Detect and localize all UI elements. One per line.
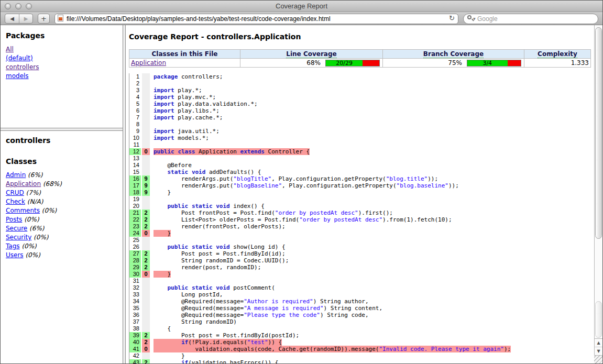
source-code-line: List<Post> olderPosts = Post.find("order… <box>151 216 593 223</box>
class-link[interactable]: Users <box>6 251 24 259</box>
line-number: 30 <box>129 271 141 278</box>
line-number: 31 <box>129 278 141 284</box>
hit-count: 2 <box>142 264 150 271</box>
line-number: 11 <box>129 141 141 148</box>
source-code-line: static void addDefaults() { <box>151 169 593 175</box>
hit-count <box>142 162 150 169</box>
line-number: 7 <box>129 114 141 121</box>
url-input[interactable] <box>54 14 458 24</box>
table-row: Application 68% 20/29 75% <box>129 59 591 68</box>
class-file-link[interactable]: Application <box>131 59 166 67</box>
line-number: 42 <box>129 352 141 359</box>
source-code-line: @Before <box>151 162 593 169</box>
source-row: 292 render(post, randomID); <box>129 264 593 271</box>
browser-window: Coverage Report ◀ ▶ + ↻ ▼ Packages All(d… <box>0 0 603 364</box>
line-coverage-percent: 68% <box>306 59 321 67</box>
source-row: 6import play.libs.*; <box>129 107 593 114</box>
source-code-line <box>151 121 593 128</box>
source-row: 120public class Application extends Cont… <box>129 148 593 155</box>
address-bar: ↻ <box>54 13 458 24</box>
line-coverage-cell: 68% 20/29 <box>242 59 381 67</box>
line-number: 13 <box>129 155 141 162</box>
hit-count: 0 <box>142 346 150 352</box>
favicon-icon <box>58 15 63 21</box>
scrollbar-thumb-secondary[interactable] <box>595 301 602 338</box>
class-link[interactable]: Tags <box>6 242 20 250</box>
hit-count: 0 <box>142 148 150 155</box>
class-link[interactable]: Posts <box>6 216 22 223</box>
list-item: Check (N/A) <box>6 197 117 206</box>
browser-toolbar: ◀ ▶ + ↻ ▼ <box>1 12 602 25</box>
line-number: 9 <box>129 128 141 135</box>
line-number: 3 <box>129 87 141 94</box>
source-code-line: import play.mvc.*; <box>151 94 593 101</box>
hit-count <box>142 278 150 284</box>
line-number: 20 <box>129 203 141 209</box>
package-link[interactable]: All <box>6 46 14 53</box>
class-link[interactable]: Comments <box>6 207 40 214</box>
source-code-line: import play.libs.*; <box>151 107 593 114</box>
scroll-down-button[interactable]: ▼ <box>595 347 602 355</box>
hit-count <box>142 101 150 107</box>
class-link[interactable]: Application <box>6 180 41 187</box>
line-number: 15 <box>129 169 141 175</box>
class-link[interactable]: Security <box>6 234 31 241</box>
class-link[interactable]: Check <box>6 198 25 205</box>
hit-count: 2 <box>142 339 150 346</box>
new-tab-button[interactable]: + <box>38 14 50 24</box>
coverage-bar-red <box>508 60 521 66</box>
window-title: Coverage Report <box>1 2 602 10</box>
source-row: 33 Long postId, <box>129 291 593 298</box>
search-input[interactable] <box>463 14 598 24</box>
scrollbar-thumb[interactable] <box>595 27 602 239</box>
class-link[interactable]: Admin <box>6 171 26 179</box>
source-row: 232 render(frontPost, olderPosts); <box>129 223 593 230</box>
package-link[interactable]: models <box>6 72 29 80</box>
sidebar: Packages All(default)controllersmodels c… <box>1 25 123 363</box>
package-link[interactable]: (default) <box>6 54 33 62</box>
classes-heading: Classes <box>6 157 117 166</box>
line-number: 25 <box>129 237 141 244</box>
line-number: 1 <box>129 73 141 80</box>
class-link[interactable]: CRUD <box>6 189 24 196</box>
close-button[interactable] <box>5 3 11 9</box>
zoom-button[interactable] <box>26 3 32 9</box>
source-row: 15 static void addDefaults() { <box>129 169 593 175</box>
source-row: 1package controllers; <box>129 73 593 80</box>
source-row: 32 public static void postComment( <box>129 284 593 291</box>
uncovered-highlight: } <box>154 271 171 278</box>
list-item: Users (0%) <box>6 251 117 260</box>
line-number: 41 <box>129 346 141 352</box>
list-item: Security (0%) <box>6 233 117 242</box>
package-link[interactable]: controllers <box>6 63 39 71</box>
classes-list: Admin (6%)Application (68%)CRUD (7%)Chec… <box>6 171 117 260</box>
source-code-line: public static void index() { <box>151 203 593 209</box>
hit-count: 9 <box>142 175 150 182</box>
source-code-line: import play.data.validation.*; <box>151 101 593 107</box>
source-row: 272 Post post = Post.findById(id); <box>129 250 593 257</box>
line-number: 43 <box>129 359 141 363</box>
back-button[interactable]: ◀ <box>5 14 19 23</box>
reload-icon[interactable]: ↻ <box>449 14 455 23</box>
line-coverage-bar: 20/29 <box>325 60 380 67</box>
source-row: 7import play.cache.*; <box>129 114 593 121</box>
forward-button[interactable]: ▶ <box>19 14 32 23</box>
hit-count <box>142 107 150 114</box>
line-number: 22 <box>129 216 141 223</box>
line-number: 29 <box>129 264 141 271</box>
list-item: Tags (0%) <box>6 242 117 251</box>
scroll-up-button[interactable]: ▲ <box>595 339 602 347</box>
resize-grip[interactable] <box>594 355 602 363</box>
report-title: Coverage Report - controllers.Applicatio… <box>129 32 602 41</box>
forward-icon: ▶ <box>24 16 28 21</box>
source-row: 11 <box>129 141 593 148</box>
minimize-button[interactable] <box>15 3 21 9</box>
line-number: 34 <box>129 298 141 305</box>
source-listing: 1package controllers;23import play.*;4im… <box>129 73 593 363</box>
hit-count <box>142 352 150 359</box>
package-name-heading: controllers <box>6 136 117 145</box>
source-row: 37 String randomID) <box>129 318 593 325</box>
hit-count: 2 <box>142 216 150 223</box>
class-link[interactable]: Secure <box>6 225 27 232</box>
source-code-line: } <box>151 189 593 196</box>
